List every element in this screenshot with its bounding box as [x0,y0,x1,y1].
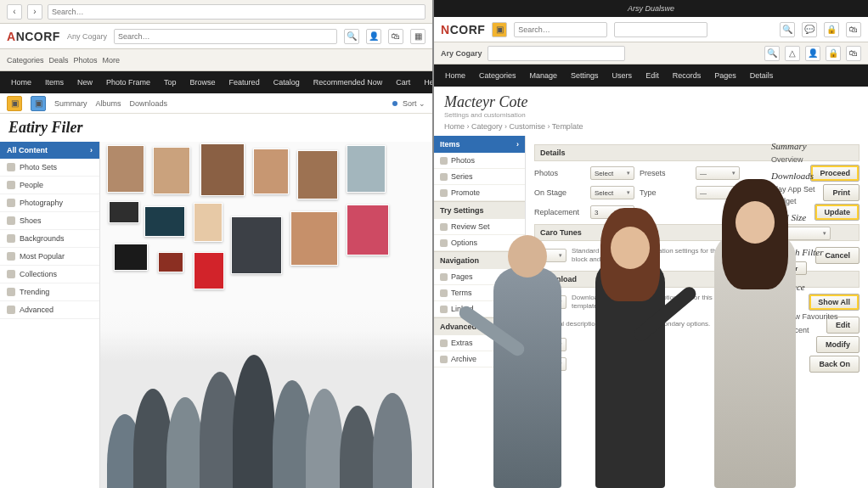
sidebar-item[interactable]: Trending [0,283,99,301]
sidebar-item[interactable]: Advanced [0,301,99,319]
crowd-overlay [100,310,432,488]
util-link[interactable]: Photos [74,56,98,65]
search-icon[interactable]: 🔍 [764,46,780,61]
address-input[interactable] [48,4,426,20]
sidebar-header: Try Settings [434,201,525,219]
rail-header: Downloads [771,171,865,181]
photo-tile[interactable] [194,252,224,289]
photo-tile[interactable] [158,252,183,272]
nav-item[interactable]: Details [744,68,780,83]
nav-item[interactable]: Cart [390,75,416,90]
util-row: Categories Deals Photos More [0,49,432,71]
sidebar-item[interactable]: Collections [0,266,99,283]
select-dropdown[interactable]: Select▾ [590,186,634,199]
nav-item[interactable]: Items [39,75,70,90]
sidebar-header[interactable]: Items› [434,136,525,153]
rail-item[interactable]: Overview [771,154,865,165]
photo-tile[interactable] [109,201,139,223]
back-icon[interactable]: ‹ [7,4,22,20]
nav-item[interactable]: Photo Frame [100,75,156,90]
photo-tile[interactable] [347,145,386,193]
sub-link[interactable]: Downloads [130,99,168,108]
search-icon[interactable]: 🔍 [780,22,795,37]
cart-icon[interactable]: 🛍 [388,29,403,44]
field-label: Type [640,188,690,197]
filter-input[interactable] [488,46,625,61]
cart-icon[interactable]: 🛍 [846,22,861,37]
page-title: Eatiry Filer [8,119,83,136]
nav-item[interactable]: Top [158,75,183,90]
util-link[interactable]: More [103,56,121,65]
modify-button[interactable]: Modify [816,336,860,353]
brand-sub: Ary Cogary [441,49,482,58]
alert-icon[interactable]: △ [785,46,800,61]
bag-icon[interactable]: 🛍 [846,46,861,61]
util-link[interactable]: Categories [7,56,44,65]
photo-tile[interactable] [231,216,282,274]
photo-tile[interactable] [290,211,338,266]
main-nav: Home Items New Photo Frame Top Browse Fe… [0,71,432,93]
logo[interactable]: NCORF [441,23,485,36]
nav-item[interactable]: Help [418,75,434,90]
sidebar-active[interactable]: All Content› [0,142,99,159]
sort-dropdown[interactable]: Sort ⌄ [403,99,426,108]
sidebar-item[interactable]: Photo Sets [0,159,99,177]
nav-item[interactable]: Featured [223,75,266,90]
sidebar-item[interactable]: People [0,177,99,194]
grid-icon[interactable]: ▦ [410,29,426,44]
chat-icon[interactable]: 💬 [802,22,817,37]
nav-item[interactable]: Recommended Now [307,75,389,90]
photo-tile[interactable] [253,149,289,194]
field-label: Replacement [534,208,585,216]
back-button[interactable]: Back On [809,356,860,373]
sidebar-item[interactable]: Series [434,169,525,185]
nav-item[interactable]: Categories [473,68,522,83]
nav-home[interactable]: Home [5,75,37,90]
photo-tile[interactable] [153,147,190,194]
user-icon[interactable]: 👤 [366,29,381,44]
nav-item[interactable]: Users [606,68,639,83]
search-input[interactable] [114,29,337,44]
app-icon[interactable]: ▣ [492,22,507,37]
nav-item[interactable]: Pages [708,68,742,83]
photo-tile[interactable] [200,143,245,196]
rail-item[interactable]: Play App Set [771,183,865,195]
secondary-input[interactable] [614,22,707,37]
app-icon[interactable]: ▣ [7,96,22,111]
nav-item[interactable]: Edit [640,68,665,83]
select-dropdown[interactable]: Select▾ [590,166,634,180]
main-nav: Home Categories Manage Settings Users Ed… [434,65,868,87]
photo-tile[interactable] [347,205,389,255]
lock-icon[interactable]: 🔒 [824,22,839,37]
sidebar-item[interactable]: Photos [434,153,525,169]
logo[interactable]: ANCORF [7,30,60,43]
lock-icon[interactable]: 🔒 [826,46,841,61]
sidebar-item[interactable]: Promote [434,185,525,201]
photo-tile[interactable] [297,150,338,199]
select-dropdown[interactable]: —▾ [696,166,740,180]
sidebar-item[interactable]: Backgrounds [0,230,99,248]
sub-link[interactable]: Summary [54,99,87,108]
search-icon[interactable]: 🔍 [344,29,359,44]
util-link[interactable]: Deals [49,56,69,65]
search-input[interactable] [514,22,607,37]
nav-item[interactable]: Manage [524,68,564,83]
sidebar-item[interactable]: Photography [0,194,99,212]
nav-item[interactable]: Catalog [268,75,306,90]
sidebar-item[interactable]: Most Popular [0,248,99,266]
sub-link[interactable]: Albums [96,99,121,108]
user-icon[interactable]: 👤 [805,46,820,61]
forward-icon[interactable]: › [27,4,42,20]
photo-tile[interactable] [144,206,185,237]
photo-tile[interactable] [114,244,148,271]
sidebar-item[interactable]: Shoes [0,212,99,230]
nav-item[interactable]: Records [667,68,707,83]
nav-item[interactable]: New [71,75,99,90]
photo-tile[interactable] [194,203,223,242]
sidebar-item[interactable]: Review Set [434,219,525,235]
nav-item[interactable]: Browse [184,75,222,90]
nav-item[interactable]: Home [439,68,471,83]
photo-tile[interactable] [107,145,144,193]
app-icon[interactable]: ▣ [31,96,46,111]
nav-item[interactable]: Settings [565,68,605,83]
